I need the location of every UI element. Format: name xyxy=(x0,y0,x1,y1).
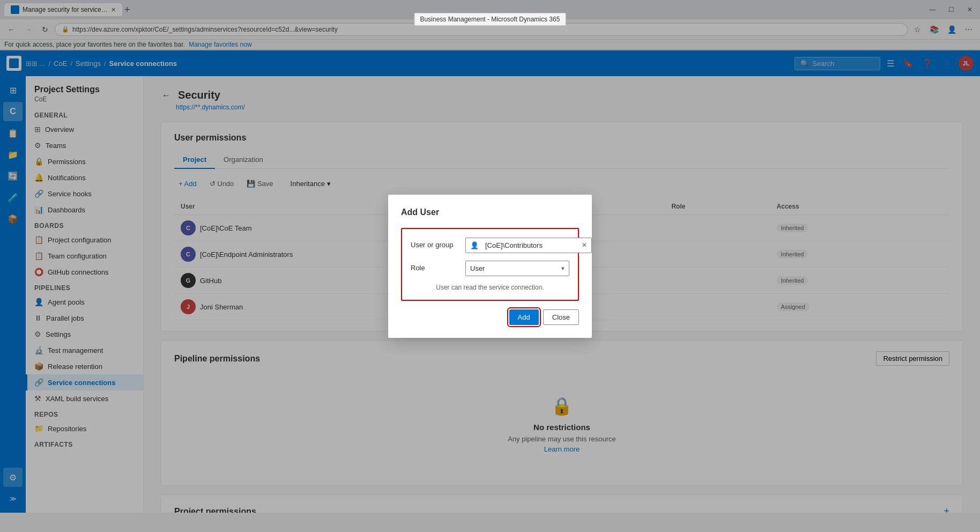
user-search-icon: 👤 xyxy=(466,238,483,253)
role-select-wrap: User Administrator Reader Creator ▾ xyxy=(465,261,569,276)
user-group-label: User or group xyxy=(411,238,459,249)
clear-user-icon[interactable]: ✕ xyxy=(577,238,591,252)
modal-actions: Add Close xyxy=(401,309,579,325)
user-group-field: 👤 ✕ xyxy=(465,238,592,253)
user-group-input[interactable] xyxy=(483,238,577,253)
add-user-modal: Add User User or group 👤 ✕ Role U xyxy=(388,195,592,338)
role-select[interactable]: User Administrator Reader Creator xyxy=(466,261,557,276)
role-field: User Administrator Reader Creator ▾ xyxy=(465,261,569,276)
modal-form: User or group 👤 ✕ Role User Administrat xyxy=(401,228,579,301)
user-group-input-wrap: 👤 ✕ xyxy=(465,238,592,253)
role-row: Role User Administrator Reader Creator ▾ xyxy=(411,261,569,276)
add-user-button[interactable]: Add xyxy=(509,309,539,325)
modal-title: Add User xyxy=(401,208,579,217)
close-modal-button[interactable]: Close xyxy=(543,309,579,325)
modal-overlay[interactable]: Add User User or group 👤 ✕ Role U xyxy=(0,0,980,513)
user-group-row: User or group 👤 ✕ xyxy=(411,238,569,253)
role-label: Role xyxy=(411,261,459,272)
tooltip-bar: Business Management - Microsoft Dynamics… xyxy=(414,13,566,26)
select-arrow-icon: ▾ xyxy=(557,262,569,275)
role-hint: User can read the service connection. xyxy=(411,284,569,291)
